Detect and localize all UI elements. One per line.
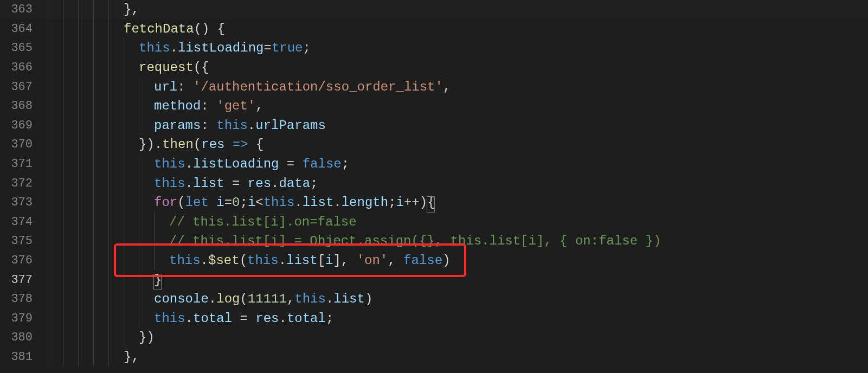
token-key: this xyxy=(139,41,170,55)
code-content[interactable]: } xyxy=(154,270,162,290)
line-number: 369 xyxy=(0,116,48,136)
code-line[interactable]: 380}) xyxy=(0,328,868,348)
token-key: let xyxy=(185,195,209,210)
code-content[interactable]: this.listLoading = false; xyxy=(154,155,349,174)
token-prop: urlParams xyxy=(255,118,326,133)
token-fn: request xyxy=(139,60,194,75)
code-line[interactable]: 369params: this.urlParams xyxy=(0,116,868,136)
token-pun: } xyxy=(154,273,162,287)
token-key: true xyxy=(272,41,303,55)
code-content[interactable]: this.total = res.total; xyxy=(154,309,333,329)
code-content[interactable]: }, xyxy=(124,348,139,367)
token-key: this xyxy=(154,311,185,326)
token-pun: . xyxy=(333,195,341,210)
token-prop: i xyxy=(248,195,255,210)
code-content[interactable]: request({ xyxy=(139,58,209,78)
token-prop: listLoading xyxy=(178,41,263,55)
token-pun: . xyxy=(279,311,286,326)
token-prop: res xyxy=(201,137,224,152)
code-content[interactable]: fetchData() { xyxy=(124,20,225,39)
code-line[interactable]: 363}, xyxy=(0,0,868,20)
line-number: 371 xyxy=(0,155,48,174)
code-content[interactable]: this.$set(this.list[i], 'on', false) xyxy=(169,251,451,271)
token-com: // this.list[i] = Object.assign({}, this… xyxy=(169,234,661,248)
code-content[interactable]: // this.list[i].on=false xyxy=(169,213,357,232)
token-str: '/authentication/sso_order_list' xyxy=(193,80,443,94)
token-prop: console xyxy=(154,292,209,306)
token-key: this xyxy=(169,253,201,268)
indent-guides xyxy=(48,348,124,367)
code-line[interactable]: 374// this.list[i].on=false xyxy=(0,213,868,232)
code-content[interactable]: }).then(res => { xyxy=(139,135,263,155)
token-str: 'get' xyxy=(216,99,255,113)
token-pun: = xyxy=(224,195,232,210)
line-number: 368 xyxy=(0,97,48,116)
token-pun: . xyxy=(170,41,178,55)
token-pun: . xyxy=(185,176,193,191)
token-fn: fetchData xyxy=(124,22,194,36)
code-line[interactable]: 370}).then(res => { xyxy=(0,135,868,155)
code-content[interactable]: }) xyxy=(139,328,155,348)
indent-guides xyxy=(48,155,154,174)
code-line[interactable]: 381}, xyxy=(0,348,868,367)
line-number: 375 xyxy=(0,231,48,251)
code-content[interactable]: for(let i=0;i<this.list.length;i++){ xyxy=(154,193,435,213)
code-line[interactable]: 373for(let i=0;i<this.list.length;i++){ xyxy=(0,193,868,213)
code-content[interactable]: this.list = res.data; xyxy=(154,173,318,193)
code-line[interactable]: 364fetchData() { xyxy=(0,20,868,39)
token-pun: . xyxy=(201,253,208,268)
token-pun: . xyxy=(279,253,286,268)
token-pun: ( xyxy=(240,253,247,268)
code-line[interactable]: 378console.log(11111,this.list) xyxy=(0,290,868,309)
token-pun xyxy=(185,80,193,94)
indent-guides xyxy=(48,328,139,348)
token-pun: = xyxy=(224,176,248,191)
code-line[interactable]: 367url: '/authentication/sso_order_list'… xyxy=(0,77,868,97)
token-pun xyxy=(209,195,216,210)
code-line[interactable]: 376this.$set(this.list[i], 'on', false) xyxy=(0,251,868,271)
code-editor[interactable]: 363},364fetchData() {365this.listLoading… xyxy=(0,0,868,373)
code-line[interactable]: 379this.total = res.total; xyxy=(0,309,868,329)
token-pun: ( xyxy=(240,292,247,306)
code-content[interactable]: url: '/authentication/sso_order_list', xyxy=(154,77,451,97)
token-pun: ], xyxy=(333,253,356,268)
indent-guides xyxy=(48,193,154,213)
token-prop: i xyxy=(325,253,333,268)
token-prop: list xyxy=(286,253,318,268)
code-line[interactable]: 366request({ xyxy=(0,58,868,78)
token-fn: log xyxy=(216,292,240,306)
token-pun: : xyxy=(201,118,208,133)
code-content[interactable]: }, xyxy=(124,0,139,20)
token-prop: res xyxy=(255,311,279,326)
code-line[interactable]: 372this.list = res.data; xyxy=(0,173,868,193)
bracket-match-box xyxy=(427,196,435,213)
bracket-match-box xyxy=(153,274,162,290)
token-fn: $set xyxy=(208,253,240,268)
code-content[interactable]: params: this.urlParams xyxy=(154,116,326,136)
token-prop: length xyxy=(342,195,388,210)
indent-guides xyxy=(48,270,154,290)
code-content[interactable]: this.listLoading=true; xyxy=(139,38,311,58)
token-pun: }, xyxy=(124,2,139,17)
token-key: this xyxy=(294,292,326,306)
code-content[interactable]: method: 'get', xyxy=(154,97,263,116)
code-line[interactable]: 365this.listLoading=true; xyxy=(0,38,868,58)
token-pun: ( xyxy=(177,195,185,210)
token-pun: ; xyxy=(388,195,396,210)
token-prop: total xyxy=(287,311,326,326)
code-line[interactable]: 371this.listLoading = false; xyxy=(0,155,868,174)
token-prop: params xyxy=(154,118,201,133)
token-pun: ; xyxy=(326,311,333,326)
token-key: false xyxy=(403,253,442,268)
token-key: this xyxy=(263,195,295,210)
code-content[interactable]: console.log(11111,this.list) xyxy=(154,290,372,309)
token-pun: ; xyxy=(240,195,247,210)
code-line[interactable]: 375// this.list[i] = Object.assign({}, t… xyxy=(0,231,868,251)
token-pun xyxy=(224,137,232,152)
code-line[interactable]: 368method: 'get', xyxy=(0,97,868,116)
code-content[interactable]: // this.list[i] = Object.assign({}, this… xyxy=(169,231,661,251)
token-key: this xyxy=(154,176,185,191)
code-line[interactable]: 377} xyxy=(0,270,868,290)
token-fn: then xyxy=(162,137,194,152)
token-pun: ) xyxy=(365,292,372,306)
